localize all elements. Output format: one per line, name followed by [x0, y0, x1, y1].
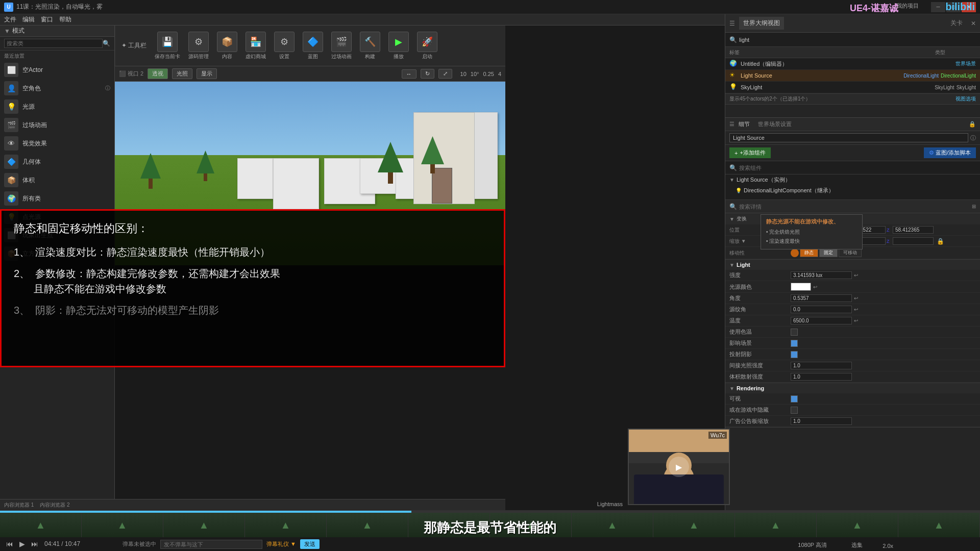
next-frame-btn[interactable]: ⏭ [31, 540, 38, 548]
toolbar-launch[interactable]: 🚀 启动 [417, 32, 437, 60]
mode-label[interactable]: 模式 [12, 27, 24, 35]
outliner-row-world[interactable]: 🌍 Untitled（编辑器） 世界场景 [725, 58, 980, 70]
billboard-label: 广告公告板缩放 [729, 417, 791, 425]
color-swatch[interactable] [791, 283, 811, 291]
menu-edit[interactable]: 编辑 [22, 15, 35, 24]
fixed-btn[interactable]: 固定 [819, 248, 838, 257]
zoom-badge[interactable]: 2.0x [883, 543, 893, 549]
left-item-character[interactable]: 👤 空角色 ⓘ [0, 79, 114, 97]
intensity-row: 强度 ↩ [725, 270, 980, 281]
left-search-input[interactable] [4, 39, 103, 48]
use-temp-checkbox[interactable] [791, 329, 798, 336]
left-item-all[interactable]: 🌍 所有类 [0, 189, 114, 208]
left-item-volume[interactable]: 📦 体积 [0, 171, 114, 189]
details-title[interactable]: 细节 [739, 120, 750, 128]
details-lock-icon[interactable]: 🔒 [969, 121, 976, 128]
temperature-input[interactable] [791, 317, 852, 324]
movable-btn[interactable]: 可移动 [839, 248, 862, 257]
billboard-input[interactable] [791, 417, 852, 425]
angle-input[interactable] [791, 294, 852, 302]
character-label: 空角色 [22, 84, 41, 93]
select-badge[interactable]: 选集 [851, 541, 863, 549]
toolbar-save[interactable]: 💾 保存当前卡 [155, 32, 180, 60]
lock-scale-icon[interactable]: 🔒 [937, 238, 944, 245]
outliner-row-light-source[interactable]: ☀ Light Source DirectionalLight Directio… [725, 70, 980, 82]
help-icon[interactable]: ⓘ [970, 134, 976, 142]
outliner-title[interactable]: 世界大纲视图 [739, 17, 784, 30]
menu-file[interactable]: 文件 [4, 15, 16, 24]
toolbar-build[interactable]: 🔨 构建 [360, 32, 380, 60]
rendering-header[interactable]: ▼ Rendering [725, 383, 980, 393]
indirect-input[interactable] [791, 362, 852, 369]
outliner-close-tab[interactable]: 关卡 [950, 19, 963, 28]
volumetric-input[interactable] [791, 373, 852, 381]
source-angle-reset[interactable]: ↩ [854, 307, 858, 312]
left-item-empty-actor[interactable]: ⬜ 空Actor [0, 61, 114, 79]
add-component-button[interactable]: + +添加组件 [729, 147, 771, 158]
outliner-close-btn[interactable]: ✕ [971, 20, 976, 27]
rotate-btn[interactable]: ↻ [421, 69, 434, 79]
minimize-button[interactable]: ─ [931, 2, 945, 12]
toolbar-play[interactable]: ▶ 播放 [388, 32, 409, 60]
blueprint-script-button[interactable]: ⚙ 蓝图/添加脚本 [924, 147, 976, 158]
pos-z-input[interactable] [893, 226, 934, 234]
play-pause-btn[interactable]: ▶ [19, 540, 25, 548]
use-temp-label: 使用色温 [729, 328, 791, 336]
indirect-value [791, 362, 976, 369]
static-btn[interactable]: 静态 [800, 248, 818, 257]
prev-frame-btn[interactable]: ⏮ [6, 540, 13, 548]
temp-reset[interactable]: ↩ [854, 318, 858, 323]
angle-reset[interactable]: ↩ [854, 295, 858, 301]
comp-row-lightsource[interactable]: ▼ Light Source（实例） [725, 174, 980, 185]
col-label-tag: 标签 [729, 49, 740, 56]
outliner-row-skylight[interactable]: 💡 SkyLight SkyLight SkyLight [725, 82, 980, 93]
toolbar-marketplace[interactable]: 🏪 虚幻商城 [246, 32, 266, 60]
send-danmaku-button[interactable]: 发送 [300, 539, 320, 549]
view-option[interactable]: 视图选项 [955, 95, 976, 103]
left-item-geometry[interactable]: 🔷 几何体 [0, 153, 114, 171]
volume-label: 体积 [22, 176, 35, 185]
scale-btn[interactable]: ⤢ [438, 69, 452, 79]
content-browser-tab[interactable]: 内容浏览器 1 [4, 502, 34, 509]
menu-help[interactable]: 帮助 [59, 15, 71, 24]
left-item-cinematic[interactable]: 🎬 过场动画 [0, 116, 114, 134]
webcam-play-overlay[interactable]: ▶ [669, 457, 689, 477]
toolbar-source[interactable]: ⚙ 源码管理 [188, 32, 209, 60]
actor-name-input[interactable] [729, 133, 968, 142]
quality-badge[interactable]: 1080P 高清 [798, 541, 827, 549]
source-angle-input[interactable] [791, 306, 852, 313]
danmaku-input[interactable] [160, 540, 262, 549]
toolbar-settings[interactable]: ⚙ 设置 [274, 32, 295, 60]
cast-shadow-checkbox[interactable] [791, 340, 798, 347]
gift-button[interactable]: 弹幕礼仪 ▼ [266, 540, 296, 548]
tooltip-item-2: 渲染速度最快 [766, 237, 857, 246]
annotation-item-3: 3、 阴影：静态无法对可移动的模型产生阴影 [14, 303, 492, 318]
viewport-show-btn[interactable]: 显示 [197, 68, 217, 79]
toolbar-content[interactable]: 📦 内容 [217, 32, 237, 60]
component-search-input[interactable] [739, 165, 976, 171]
color-reset[interactable]: ↩ [813, 284, 817, 290]
light-source-type-right: DirectionalLight [941, 73, 976, 79]
toolbar-cinematic[interactable]: 🎬 过场动画 [331, 32, 352, 60]
viewport-perspective-btn[interactable]: 透视 [148, 68, 168, 79]
hidden-checkbox[interactable] [791, 407, 798, 414]
menu-window[interactable]: 窗口 [41, 15, 53, 24]
intensity-input[interactable] [791, 271, 852, 279]
toolbar-blueprint[interactable]: 🔷 蓝图 [303, 32, 323, 60]
content-browser-tab2[interactable]: 内容浏览器 2 [40, 502, 69, 509]
intensity-reset[interactable]: ↩ [854, 272, 858, 278]
visible-checkbox[interactable] [791, 395, 798, 403]
world-scene-label[interactable]: 世界场景设置 [758, 120, 792, 128]
light-section-header[interactable]: ▼ Light [725, 260, 980, 270]
outliner-search-input[interactable] [739, 37, 976, 43]
translate-btn[interactable]: ↔ [402, 69, 416, 79]
left-item-vfx[interactable]: 👁 视觉效果 [0, 134, 114, 153]
volumetric-value [791, 373, 976, 381]
viewport-lighting-btn[interactable]: 光照 [172, 68, 192, 79]
comp-row-directional[interactable]: 💡 DirectionalLightComponent（继承） [731, 185, 980, 196]
proj-shadow-checkbox[interactable] [791, 351, 798, 358]
left-item-light[interactable]: 💡 光源 [0, 97, 114, 116]
details-grid-icon[interactable]: ⊞ [972, 204, 976, 209]
details-search-input[interactable] [739, 204, 972, 210]
scale-z-input[interactable]: 2.5 [893, 237, 934, 245]
